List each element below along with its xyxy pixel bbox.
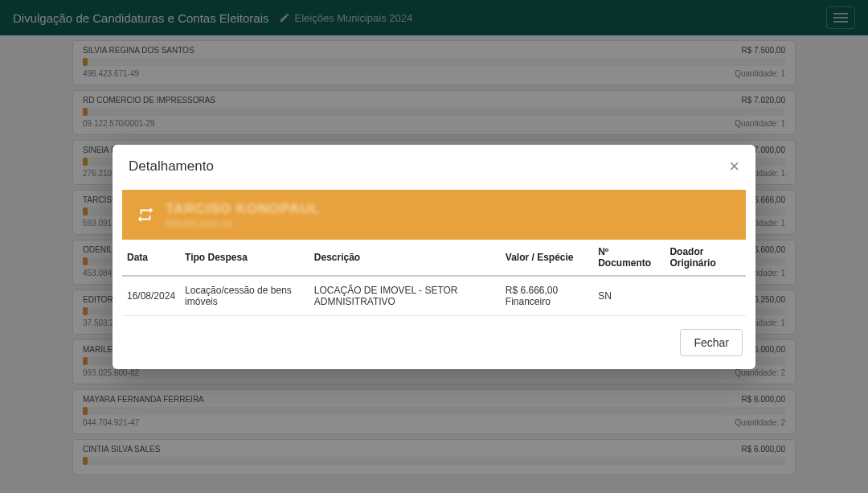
detail-table: Data Tipo Despesa Descrição Valor / Espé… <box>122 240 746 316</box>
th-tipo: Tipo Despesa <box>180 240 309 276</box>
modal-banner: TARCISO KONOPAUL 593.091.XXX-XX <box>122 190 746 240</box>
th-valor: Valor / Espécie <box>501 240 593 276</box>
th-data: Data <box>122 240 180 276</box>
banner-name: TARCISO KONOPAUL <box>166 201 320 217</box>
cell-ndoc: SN <box>593 276 665 316</box>
modal-header: Detalhamento × <box>113 145 755 185</box>
modal-footer: Fechar <box>113 316 755 356</box>
close-icon[interactable]: × <box>729 158 739 175</box>
transfer-icon <box>137 206 154 224</box>
th-descricao: Descrição <box>309 240 501 276</box>
close-button[interactable]: Fechar <box>680 329 743 356</box>
modal-title: Detalhamento <box>129 158 214 175</box>
cell-descricao: LOCAÇÃO DE IMOVEL - SETOR ADMNISITRATIVO <box>309 276 501 316</box>
banner-doc: 593.091.XXX-XX <box>166 219 320 228</box>
cell-valor: R$ 6.666,00 Financeiro <box>501 276 593 316</box>
th-ndoc: Nº Documento <box>593 240 665 276</box>
table-row: 16/08/2024 Locação/cessão de bens imóvei… <box>122 276 746 316</box>
detail-modal: Detalhamento × TARCISO KONOPAUL 593.091.… <box>113 145 755 369</box>
th-doador: Doador Originário <box>665 240 746 276</box>
modal-overlay: Detalhamento × TARCISO KONOPAUL 593.091.… <box>0 0 868 493</box>
cell-data: 16/08/2024 <box>122 276 180 316</box>
banner-text: TARCISO KONOPAUL 593.091.XXX-XX <box>166 201 320 228</box>
cell-tipo: Locação/cessão de bens imóveis <box>180 276 309 316</box>
cell-doador <box>665 276 746 316</box>
